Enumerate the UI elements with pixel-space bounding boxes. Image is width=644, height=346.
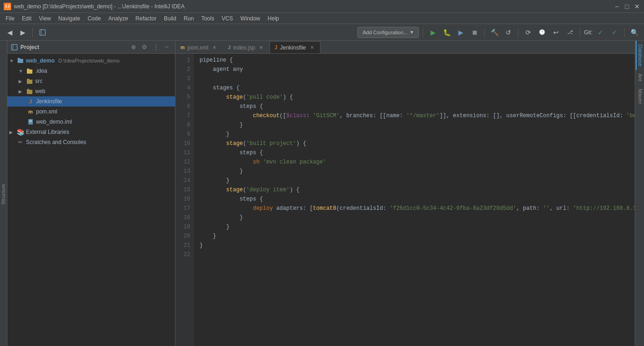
build-button[interactable]: 🔨 — [488, 26, 500, 38]
tree-arrow-src: ▶ — [19, 79, 24, 84]
project-close-button[interactable]: − — [162, 43, 171, 52]
code-line-12: sh 'mvn clean package' — [200, 157, 629, 167]
tab-close-indexjsp[interactable]: ✕ — [258, 44, 264, 51]
line-number-15: 15 — [179, 185, 190, 195]
project-settings-button[interactable]: ⚙ — [140, 43, 149, 52]
menu-run[interactable]: Run — [180, 14, 198, 23]
revert-button[interactable]: ↩ — [550, 26, 562, 38]
line-number-21: 21 — [179, 241, 190, 250]
window-title: web_demo [D:\IdeaProjects\web_demo] - ..… — [14, 3, 185, 10]
tree-icon-idea — [26, 67, 33, 75]
tree-item-iml[interactable]: web_demo.iml — [7, 117, 175, 127]
tree-item-scratches[interactable]: ✏ Scratches and Consoles — [7, 137, 175, 147]
line-number-6: 6 — [179, 102, 190, 111]
menu-help[interactable]: Help — [264, 14, 283, 23]
menu-edit[interactable]: Edit — [18, 14, 35, 23]
history-button[interactable]: 🕐 — [536, 26, 548, 38]
tree-item-extlibs[interactable]: ▶ 📚 External Libraries — [7, 127, 175, 137]
code-line-3 — [200, 74, 629, 83]
line-number-20: 20 — [179, 232, 190, 241]
tree-item-jenkinsfile[interactable]: J Jenkinsfile — [7, 96, 175, 107]
tab-icon-jenkinsfile: J — [275, 45, 277, 50]
toolbar-project — [37, 26, 49, 38]
editor-area: m pom.xml ✕ J index.jsp ✕ J Jenkinsfile … — [175, 41, 635, 346]
toolbar-back-button[interactable]: ◀ — [4, 26, 16, 38]
svg-rect-5 — [18, 58, 20, 59]
main-area: Structure Project ⊕ ⚙ ⋮ − ▼ web_demo D:\… — [0, 41, 644, 346]
run-with-coverage-button[interactable]: ▶ — [455, 26, 467, 38]
tab-indexjsp[interactable]: J index.jsp ✕ — [223, 41, 269, 53]
svg-rect-4 — [18, 59, 23, 63]
project-gear-button[interactable]: ⋮ — [151, 43, 160, 52]
toolbar-forward-button[interactable]: ▶ — [17, 26, 29, 38]
menu-code[interactable]: Code — [84, 14, 105, 23]
toolbar-nav: ◀ ▶ — [4, 26, 29, 38]
tab-close-pomxml[interactable]: ✕ — [211, 44, 218, 51]
code-line-22 — [200, 250, 629, 259]
code-editor[interactable]: 12345678910111213141516171819202122 pipe… — [175, 54, 635, 346]
line-numbers: 12345678910111213141516171819202122 — [175, 54, 194, 346]
code-line-7: checkout([$class: 'GitSCM', branches: [[… — [200, 111, 629, 120]
tree-icon-src — [26, 77, 33, 85]
run-config-button[interactable]: Add Configuration... ▼ — [357, 27, 419, 38]
tab-close-jenkinsfile[interactable]: ✕ — [309, 44, 315, 51]
code-line-18: } — [200, 213, 629, 222]
toolbar-separator-1 — [32, 28, 33, 37]
debug-button[interactable]: 🐛 — [441, 26, 453, 38]
tree-label-src: src — [35, 78, 43, 84]
right-tab-ant[interactable]: Ant — [636, 70, 644, 85]
tree-item-pomxml[interactable]: m pom.xml — [7, 107, 175, 117]
git-check2-button[interactable]: ✓ — [608, 26, 620, 38]
menu-view[interactable]: View — [35, 14, 55, 23]
title-bar-left: IJ web_demo [D:\IdeaProjects\web_demo] -… — [4, 3, 185, 10]
stop-button[interactable]: ⏹ — [469, 26, 481, 38]
line-number-4: 4 — [179, 83, 190, 93]
structure-tab[interactable]: Structure — [0, 180, 7, 208]
toolbar-project-button[interactable] — [37, 26, 49, 38]
tab-icon-indexjsp: J — [228, 45, 231, 50]
menu-refactor[interactable]: Refactor — [132, 14, 160, 23]
right-tab-maven[interactable]: Maven — [636, 85, 644, 108]
tree-icon-pomxml: m — [27, 108, 34, 115]
code-content[interactable]: pipeline { agent any stages { stage('pul… — [194, 54, 635, 346]
line-number-19: 19 — [179, 222, 190, 232]
project-scope-button[interactable]: ⊕ — [129, 43, 138, 52]
right-tab-database[interactable]: Database — [636, 41, 644, 70]
menu-build[interactable]: Build — [160, 14, 180, 23]
menu-vcs[interactable]: VCS — [218, 14, 237, 23]
branches-button[interactable]: ⎇ — [564, 26, 576, 38]
menu-analyze[interactable]: Analyze — [105, 14, 132, 23]
project-header-icons: ⊕ ⚙ ⋮ − — [129, 43, 171, 52]
menu-navigate[interactable]: Navigate — [55, 14, 84, 23]
line-number-14: 14 — [179, 176, 190, 185]
project-panel-header: Project ⊕ ⚙ ⋮ − — [7, 41, 175, 54]
structure-panel[interactable]: Structure — [0, 41, 7, 346]
tree-label-extlibs: External Libraries — [26, 129, 69, 135]
menu-tools[interactable]: Tools — [198, 14, 218, 23]
tree-item-idea[interactable]: ▼ .idea — [7, 66, 175, 76]
tree-item-web[interactable]: ▶ web — [7, 86, 175, 96]
menu-file[interactable]: File — [2, 14, 18, 23]
menu-window[interactable]: Window — [237, 14, 264, 23]
git-check1-button[interactable]: ✓ — [594, 26, 606, 38]
code-line-13: } — [200, 167, 629, 176]
search-everywhere-button[interactable]: 🔍 — [628, 26, 640, 38]
update-button[interactable]: ⟳ — [522, 26, 534, 38]
minimize-button[interactable]: − — [613, 3, 620, 10]
project-panel: Project ⊕ ⚙ ⋮ − ▼ web_demo D:\IdeaProjec… — [7, 41, 175, 346]
tab-pomxml[interactable]: m pom.xml ✕ — [175, 41, 223, 53]
toolbar-separator-2 — [423, 28, 423, 37]
tree-label-pomxml: pom.xml — [36, 108, 57, 115]
tree-label-scratches: Scratches and Consoles — [26, 139, 86, 145]
tree-item-src[interactable]: ▶ src — [7, 76, 175, 86]
run-button[interactable]: ▶ — [427, 26, 439, 38]
tab-jenkinsfile[interactable]: J Jenkinsfile ✕ — [269, 41, 320, 53]
maximize-button[interactable]: □ — [624, 3, 630, 10]
tree-label-webdemo: web_demo — [26, 57, 55, 64]
close-button[interactable]: ✕ — [634, 3, 640, 10]
rebuild-button[interactable]: ↺ — [502, 26, 514, 38]
app-logo: IJ — [4, 3, 11, 10]
tree-item-webdemo[interactable]: ▼ web_demo D:\IdeaProjects\web_demo — [7, 56, 175, 66]
line-number-12: 12 — [179, 157, 190, 167]
project-tree: ▼ web_demo D:\IdeaProjects\web_demo ▼ .i… — [7, 54, 175, 346]
